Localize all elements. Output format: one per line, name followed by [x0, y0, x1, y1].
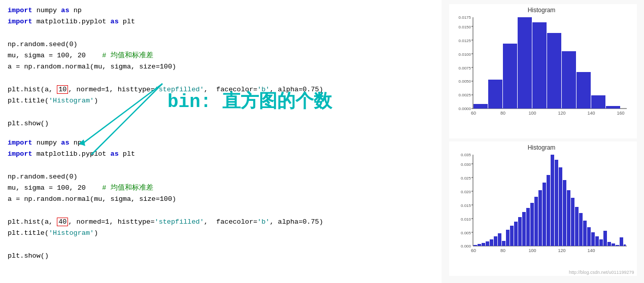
svg-rect-56	[490, 239, 493, 246]
svg-rect-62	[514, 222, 518, 246]
svg-rect-64	[522, 212, 526, 246]
svg-text:0.0125: 0.0125	[458, 39, 471, 43]
svg-text:0.0050: 0.0050	[458, 79, 471, 84]
histogram-svg-2: 0.000 0.005 0.010 0.015 0.020 0.025 0.03…	[452, 152, 632, 266]
svg-text:0.025: 0.025	[460, 176, 471, 181]
code-line: np.random.seed(0)	[8, 39, 434, 50]
svg-text:0.000: 0.000	[460, 244, 471, 249]
svg-text:0.0025: 0.0025	[458, 93, 471, 97]
svg-rect-89	[624, 244, 626, 246]
svg-rect-55	[486, 241, 489, 246]
svg-rect-73	[559, 167, 562, 246]
svg-rect-54	[482, 243, 485, 246]
code-line	[8, 28, 434, 39]
svg-rect-81	[591, 232, 595, 246]
svg-text:140: 140	[587, 248, 595, 253]
annotation-text: bin: 直方图的个数	[167, 89, 332, 114]
code-line: plt.title('Histogram')	[8, 228, 434, 239]
svg-rect-78	[579, 213, 583, 246]
left-panel: import numpy as np import matplotlib.pyp…	[0, 0, 442, 283]
code-line: a = np.random.normal(mu, sigma, size=100…	[8, 194, 434, 205]
svg-rect-87	[616, 245, 619, 246]
chart-1: Histogram 0.0000 0.0025 0.0050 0.0075 0.…	[449, 4, 637, 138]
svg-rect-75	[567, 190, 570, 246]
svg-rect-20	[473, 104, 488, 109]
svg-text:0.010: 0.010	[460, 217, 471, 222]
svg-rect-26	[562, 51, 576, 109]
svg-rect-21	[488, 80, 502, 109]
svg-text:160: 160	[617, 111, 624, 116]
svg-rect-52	[473, 245, 477, 246]
code-line: import numpy as np	[8, 5, 434, 16]
svg-rect-23	[518, 17, 532, 109]
right-panel: Histogram 0.0000 0.0025 0.0050 0.0075 0.…	[442, 0, 644, 283]
svg-rect-58	[498, 233, 501, 246]
code-line: mu, sigma = 100, 20 # 均值和标准差	[8, 183, 434, 194]
chart-1-title: Histogram	[452, 7, 632, 14]
svg-rect-27	[577, 72, 591, 109]
svg-rect-25	[547, 33, 561, 109]
svg-text:0.020: 0.020	[460, 190, 471, 194]
svg-text:60: 60	[470, 248, 476, 253]
svg-line-2	[91, 84, 162, 155]
svg-text:0.0100: 0.0100	[458, 52, 471, 57]
svg-rect-85	[607, 242, 611, 246]
svg-line-0	[81, 84, 162, 145]
svg-rect-76	[571, 198, 574, 246]
svg-rect-68	[538, 190, 542, 246]
svg-rect-57	[494, 236, 497, 246]
svg-rect-71	[551, 155, 554, 246]
code-line: plt.hist(a, 40, normed=1, histtype='step…	[8, 217, 434, 228]
chart-2: Histogram 0.000 0.005 0.010 0.015 0.020 …	[449, 142, 637, 276]
svg-text:0.015: 0.015	[460, 203, 471, 208]
svg-text:100: 100	[528, 248, 536, 253]
svg-text:140: 140	[587, 111, 595, 116]
svg-rect-82	[595, 236, 599, 246]
code-line: plt.show()	[8, 251, 434, 262]
svg-text:120: 120	[558, 248, 565, 253]
svg-rect-79	[583, 221, 587, 246]
svg-text:0.0075: 0.0075	[458, 66, 471, 70]
svg-rect-53	[478, 244, 481, 246]
code-line	[8, 160, 434, 171]
svg-rect-24	[532, 22, 547, 109]
svg-rect-29	[606, 106, 620, 109]
svg-rect-77	[575, 207, 579, 246]
watermark: http://blog.csdn.net/u011199279	[569, 270, 634, 275]
svg-text:60: 60	[470, 111, 476, 116]
svg-rect-67	[534, 197, 538, 246]
svg-text:0.0175: 0.0175	[458, 15, 471, 20]
svg-rect-74	[563, 180, 566, 246]
svg-rect-22	[503, 44, 517, 109]
svg-text:0.0150: 0.0150	[458, 25, 471, 29]
svg-text:120: 120	[558, 111, 565, 116]
svg-text:0.005: 0.005	[460, 231, 471, 235]
svg-rect-86	[612, 243, 615, 246]
svg-rect-63	[518, 217, 522, 246]
code-line: a = np.random.normal(mu, sigma, size=100…	[8, 61, 434, 73]
code-line: mu, sigma = 100, 20 # 均值和标准差	[8, 50, 434, 61]
svg-marker-1	[79, 139, 85, 146]
svg-rect-66	[530, 203, 534, 246]
svg-rect-61	[510, 226, 514, 246]
histogram-svg-1: 0.0000 0.0025 0.0050 0.0075 0.0100 0.012…	[452, 15, 632, 129]
code-line: np.random.seed(0)	[8, 171, 434, 183]
chart-2-title: Histogram	[452, 144, 632, 151]
svg-text:0.0000: 0.0000	[458, 107, 471, 111]
svg-rect-84	[603, 231, 607, 246]
svg-rect-65	[526, 208, 530, 246]
code-line	[8, 205, 434, 217]
svg-rect-69	[543, 183, 546, 246]
svg-rect-72	[555, 160, 558, 246]
svg-text:80: 80	[500, 248, 505, 253]
svg-rect-83	[599, 239, 603, 246]
svg-rect-70	[547, 175, 550, 246]
svg-rect-80	[587, 227, 591, 246]
svg-rect-60	[506, 230, 510, 246]
svg-rect-59	[502, 241, 505, 246]
svg-rect-28	[591, 95, 605, 109]
svg-text:80: 80	[500, 111, 505, 116]
code-line	[8, 239, 434, 250]
svg-text:100: 100	[528, 111, 536, 116]
code-line: import matplotlib.pyplot as plt	[8, 16, 434, 27]
